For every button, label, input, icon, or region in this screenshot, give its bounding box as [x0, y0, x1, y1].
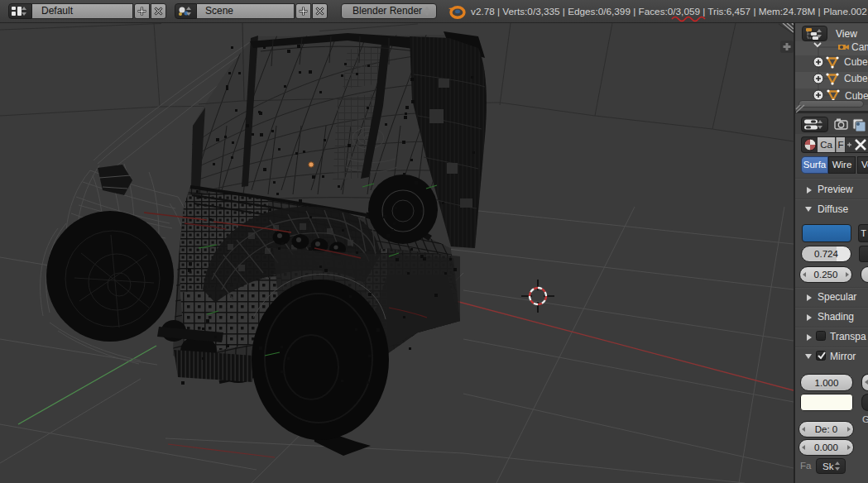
svg-text:Cube: Cube [844, 73, 868, 84]
svg-text:Cam: Cam [851, 41, 868, 53]
svg-text:Cube: Cube [844, 56, 868, 68]
